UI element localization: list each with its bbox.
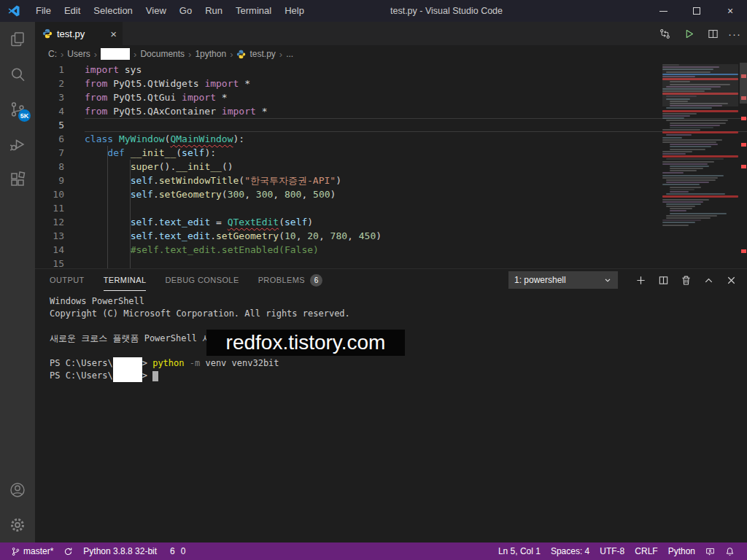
split-terminal-icon[interactable] bbox=[658, 275, 669, 286]
explorer-icon[interactable] bbox=[0, 22, 35, 57]
breadcrumb-1python[interactable]: 1python bbox=[195, 49, 226, 59]
search-icon[interactable] bbox=[0, 57, 35, 92]
bell-icon bbox=[725, 547, 735, 556]
run-python-file-icon[interactable] bbox=[680, 25, 697, 42]
minimap-line bbox=[662, 201, 703, 203]
eol-item[interactable]: CRLF bbox=[630, 542, 662, 560]
line-number: 3 bbox=[35, 90, 64, 104]
maximize-button[interactable] bbox=[680, 0, 713, 22]
feedback-item[interactable] bbox=[700, 542, 720, 560]
menu-help[interactable]: Help bbox=[278, 0, 311, 22]
minimap-line bbox=[662, 137, 682, 139]
code-text: import sys bbox=[85, 63, 747, 77]
line-number: 14 bbox=[35, 243, 64, 257]
tab-problems[interactable]: PROBLEMS 6 bbox=[258, 269, 322, 291]
terminal-select-value: 1: powershell bbox=[514, 275, 566, 285]
problems-status-item[interactable]: 6 0 bbox=[162, 546, 190, 556]
indentation-item[interactable]: Spaces: 4 bbox=[546, 542, 595, 560]
git-branch-item[interactable]: master* bbox=[6, 542, 58, 560]
close-panel-icon[interactable] bbox=[726, 275, 737, 286]
terminal-select[interactable]: 1: powershell bbox=[508, 271, 618, 289]
source-control-icon[interactable]: 5K bbox=[0, 92, 35, 127]
interpreter-label: Python 3.8.8 32-bit bbox=[83, 546, 157, 556]
minimap-line bbox=[670, 208, 692, 209]
code-token bbox=[125, 147, 131, 158]
run-debug-icon[interactable] bbox=[0, 127, 35, 162]
menu-run[interactable]: Run bbox=[198, 0, 229, 22]
breadcrumb-filename: test.py bbox=[249, 49, 275, 59]
code-line-1[interactable]: 1import sys bbox=[35, 63, 747, 77]
menu-file[interactable]: File bbox=[29, 0, 58, 22]
minimap-line bbox=[662, 175, 724, 176]
python-interpreter-item[interactable]: Python 3.8.8 32-bit bbox=[78, 542, 162, 560]
encoding-item[interactable]: UTF-8 bbox=[595, 542, 630, 560]
settings-gear-icon[interactable] bbox=[0, 508, 35, 542]
tab-debug-console[interactable]: DEBUG CONSOLE bbox=[165, 269, 239, 291]
code-line-5[interactable]: 5 bbox=[35, 118, 747, 132]
code-line-11[interactable]: 11 bbox=[35, 201, 747, 215]
code-token: ( bbox=[239, 175, 244, 186]
menu-view[interactable]: View bbox=[139, 0, 173, 22]
maximize-panel-icon[interactable] bbox=[703, 275, 714, 286]
accounts-icon[interactable] bbox=[0, 472, 35, 508]
code-line-8[interactable]: 8 super().__init__() bbox=[35, 160, 747, 174]
tab-testpy[interactable]: test.py × bbox=[35, 22, 123, 45]
new-terminal-icon[interactable] bbox=[635, 275, 646, 286]
line-col-label: Ln 5, Col 1 bbox=[498, 546, 541, 556]
split-editor-icon[interactable] bbox=[704, 25, 721, 42]
code-lines: 1import sys2from PyQt5.QtWidgets import … bbox=[35, 63, 747, 268]
open-changes-icon[interactable] bbox=[656, 25, 673, 42]
code-line-2[interactable]: 2from PyQt5.QtWidgets import * bbox=[35, 77, 747, 90]
code-line-3[interactable]: 3from PyQt5.QtGui import * bbox=[35, 90, 747, 104]
language-mode-item[interactable]: Python bbox=[663, 542, 700, 560]
code-text: self.setWindowTitle("한국투자증권-API") bbox=[85, 174, 747, 187]
code-line-13[interactable]: 13 self.text_edit.setGeometry(10, 20, 78… bbox=[35, 229, 747, 243]
kill-terminal-icon[interactable] bbox=[681, 275, 692, 286]
code-line-7[interactable]: 7 def __init__(self): bbox=[35, 146, 747, 160]
sync-item[interactable] bbox=[58, 542, 78, 560]
minimap-line bbox=[662, 219, 701, 221]
code-token: from bbox=[85, 106, 107, 117]
editor-scrollbar[interactable] bbox=[740, 63, 747, 104]
terminal-line: Windows PowerShell bbox=[50, 295, 747, 308]
breadcrumb-file[interactable]: test.py bbox=[236, 49, 275, 59]
code-line-9[interactable]: 9 self.setWindowTitle("한국투자증권-API") bbox=[35, 174, 747, 187]
minimap[interactable] bbox=[662, 64, 738, 246]
chevron-right-icon: › bbox=[61, 49, 63, 60]
menu-go[interactable]: Go bbox=[173, 0, 198, 22]
close-button[interactable]: × bbox=[713, 0, 747, 22]
minimap-line bbox=[670, 122, 726, 124]
tab-close-icon[interactable]: × bbox=[110, 28, 117, 39]
code-line-6[interactable]: 6class MyWindow(QMainWindow): bbox=[35, 132, 747, 146]
menu-edit[interactable]: Edit bbox=[58, 0, 87, 22]
line-number: 1 bbox=[35, 63, 64, 77]
extensions-icon[interactable] bbox=[0, 162, 35, 197]
minimize-button[interactable] bbox=[646, 0, 680, 22]
close-icon: × bbox=[727, 6, 733, 16]
notifications-item[interactable] bbox=[720, 542, 740, 560]
code-token: = bbox=[210, 217, 227, 228]
code-token: text_edit bbox=[159, 230, 210, 241]
redacted-username bbox=[101, 48, 130, 60]
code-token: , bbox=[319, 230, 330, 241]
line-number: 9 bbox=[35, 174, 64, 187]
terminal[interactable]: Windows PowerShellCopyright (C) Microsof… bbox=[35, 291, 747, 542]
menu-selection[interactable]: Selection bbox=[87, 0, 139, 22]
breadcrumb-documents[interactable]: Documents bbox=[140, 49, 185, 59]
code-line-12[interactable]: 12 self.text_edit = QTextEdit(self) bbox=[35, 215, 747, 229]
cursor-position-item[interactable]: Ln 5, Col 1 bbox=[493, 542, 546, 560]
menu-terminal[interactable]: Terminal bbox=[229, 0, 278, 22]
more-actions-icon[interactable]: ··· bbox=[728, 28, 741, 40]
code-line-4[interactable]: 4from PyQt5.QAxContainer import * bbox=[35, 104, 747, 118]
terminal-line: Copyright (C) Microsoft Corporation. All… bbox=[50, 308, 747, 320]
tab-output[interactable]: OUTPUT bbox=[50, 269, 85, 291]
breadcrumb-drive[interactable]: C: bbox=[48, 49, 57, 59]
minimap-line bbox=[670, 170, 697, 171]
code-line-14[interactable]: 14 #self.text_edit.setEnabled(False) bbox=[35, 243, 747, 257]
breadcrumb-overflow[interactable]: ... bbox=[286, 49, 293, 59]
code-line-10[interactable]: 10 self.setGeometry(300, 300, 800, 500) bbox=[35, 187, 747, 201]
code-editor[interactable]: 1import sys2from PyQt5.QtWidgets import … bbox=[35, 63, 747, 268]
code-line-15[interactable]: 15 bbox=[35, 257, 747, 268]
breadcrumb-users[interactable]: Users bbox=[67, 49, 90, 59]
tab-terminal[interactable]: TERMINAL bbox=[104, 269, 147, 291]
